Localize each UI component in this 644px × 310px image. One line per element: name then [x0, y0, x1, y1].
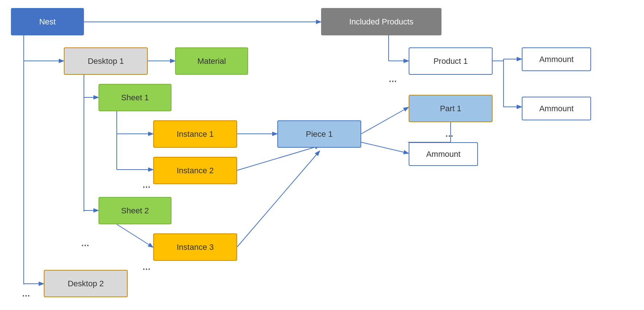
- node-desktop2: Desktop 2: [44, 270, 128, 297]
- node-instance2: Instance 2: [153, 157, 237, 184]
- svg-line-17: [361, 108, 408, 134]
- node-part1: Part 1: [409, 95, 493, 122]
- node-sheet1: Sheet 1: [99, 84, 171, 111]
- svg-line-13: [237, 146, 319, 170]
- svg-line-11: [117, 224, 153, 247]
- svg-line-18: [361, 142, 408, 153]
- dots-sheet-gap: ⋯: [81, 241, 89, 250]
- dots-product-gap: ⋯: [389, 77, 397, 86]
- node-amount-part: Ammount: [522, 97, 591, 120]
- dots-part-gap: ⋯: [445, 131, 453, 141]
- diagram-container: Nest Included Products Desktop 1 Materia…: [0, 0, 644, 310]
- node-amount-below: Ammount: [409, 142, 478, 166]
- node-instance1: Instance 1: [153, 120, 237, 148]
- node-instance3: Instance 3: [153, 233, 237, 261]
- node-nest: Nest: [11, 8, 84, 35]
- node-desktop1: Desktop 1: [64, 47, 148, 75]
- dots-desktop-gap: ⋯: [22, 291, 30, 301]
- node-included-products: Included Products: [321, 8, 441, 35]
- dots-instance3-gap: ⋯: [142, 264, 150, 274]
- dots-instance-gap: ⋯: [142, 182, 150, 192]
- arrows-svg: [0, 0, 644, 310]
- node-amount-product: Ammount: [522, 47, 591, 71]
- node-sheet2: Sheet 2: [99, 197, 171, 224]
- svg-line-14: [237, 151, 319, 247]
- node-product1: Product 1: [409, 47, 493, 75]
- node-piece1: Piece 1: [277, 120, 361, 148]
- node-material: Material: [175, 47, 248, 75]
